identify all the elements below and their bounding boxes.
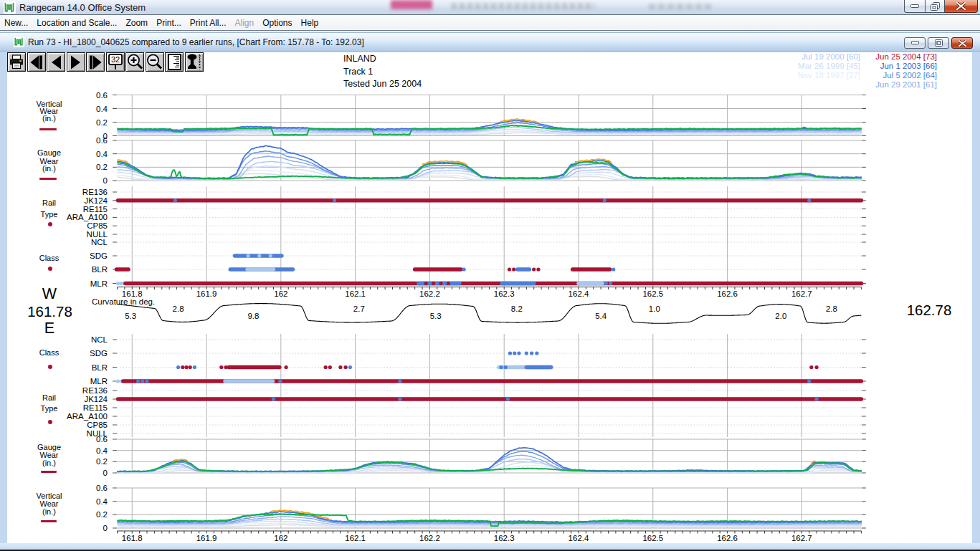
category-dot — [398, 397, 401, 401]
y-tick-label: 0.2 — [96, 457, 108, 466]
category-dot — [116, 379, 120, 383]
x-tick-label: 162.7 — [791, 289, 812, 298]
wear-series-run — [118, 448, 862, 471]
category-dot — [807, 198, 811, 202]
menu-item-zoom[interactable]: Zoom — [121, 16, 152, 29]
category-dot — [181, 365, 184, 369]
category-dot — [136, 379, 140, 383]
wear-series-run — [118, 145, 862, 178]
y-tick-label: 0.2 — [96, 163, 108, 171]
category-label: BLR — [92, 363, 108, 372]
category-dot — [176, 365, 180, 369]
chart-client-area: 32 INLAND Track 1 Tested Jun 25 2004 Jul — [7, 52, 972, 543]
curvature-value: 2.8 — [826, 305, 837, 313]
category-dot — [285, 365, 288, 369]
menu-item-help[interactable]: Help — [297, 16, 323, 29]
x-tick-label: 162.5 — [642, 534, 663, 542]
menu-item-options[interactable]: Options — [258, 16, 296, 29]
wear-series-run — [118, 151, 862, 179]
category-dot — [272, 397, 275, 401]
category-dot — [815, 365, 819, 369]
y-tick-label: 0.4 — [96, 497, 108, 506]
curvature-value: 5.3 — [125, 312, 136, 320]
y-tick-label: 0.4 — [96, 150, 108, 158]
menu-bar: New...Location and Scale...ZoomPrint...P… — [0, 16, 980, 31]
menu-item-location-and-scale[interactable]: Location and Scale... — [32, 16, 121, 29]
y-tick-label: 0.6 — [96, 136, 108, 145]
restore-button[interactable] — [925, 0, 945, 13]
x-tick-label: 162 — [274, 289, 287, 298]
category-label: MLR — [90, 377, 108, 385]
category-dot — [141, 379, 144, 383]
child-titlebar: Run 73 - HI_1800_040625 compared to 9 ea… — [0, 32, 980, 52]
y-tick-label: 0 — [103, 469, 108, 477]
category-dot — [247, 254, 250, 257]
child-minimize-button[interactable] — [904, 37, 926, 49]
category-label: JK124 — [84, 395, 108, 403]
category-dot — [504, 365, 508, 369]
wear-series-green — [118, 461, 862, 472]
x-tick-label: 162.1 — [345, 534, 366, 542]
category-dot — [447, 282, 450, 285]
curvature-value: 8.2 — [511, 305, 523, 313]
category-label: SDG — [90, 349, 108, 358]
window-title: Rangecam 14.0 Office System — [19, 2, 146, 13]
minimize-button[interactable] — [904, 0, 925, 13]
x-tick-label: 162.2 — [419, 289, 440, 298]
curvature-value: 5.4 — [595, 312, 607, 320]
chart-canvas: 0.60.40.200.60.40.200.60.40.200.60.40.20… — [7, 52, 972, 543]
category-dot — [424, 282, 428, 285]
category-dot — [612, 267, 615, 271]
y-tick-label: 0.4 — [96, 446, 108, 455]
child-window-icon — [14, 37, 24, 47]
y-tick-label: 0.6 — [96, 91, 108, 100]
child-window-bottom-border — [0, 543, 980, 550]
y-tick-label: 0 — [103, 524, 108, 532]
menu-item-align[interactable]: Align — [231, 16, 259, 29]
x-tick-label: 161.9 — [196, 534, 217, 542]
category-label: ARA_A100 — [67, 213, 108, 221]
curvature-value: 2.8 — [173, 305, 184, 313]
category-label: NCL — [91, 238, 108, 246]
curvature-profile-line — [118, 304, 862, 324]
category-dot — [604, 282, 608, 285]
curvature-value: 1.0 — [649, 305, 660, 313]
menu-item-print-all[interactable]: Print All... — [186, 16, 231, 29]
x-tick-label: 162.6 — [717, 534, 738, 542]
category-dot — [506, 397, 510, 401]
category-dot — [173, 198, 177, 202]
category-dot — [348, 365, 352, 369]
x-tick-label: 162 — [274, 534, 287, 542]
category-dot — [535, 351, 538, 355]
category-dot — [344, 365, 348, 369]
y-tick-label: 0.2 — [96, 118, 108, 127]
child-maximize-button[interactable] — [928, 37, 949, 49]
category-dot — [508, 267, 511, 271]
category-dot — [257, 254, 261, 257]
menu-item-print[interactable]: Print... — [152, 16, 186, 29]
category-dot — [809, 365, 813, 369]
x-tick-label: 162.4 — [569, 289, 589, 298]
category-label: CP85 — [87, 421, 108, 429]
category-dot — [512, 267, 515, 271]
category-dot — [517, 351, 520, 355]
menu-item-new[interactable]: New... — [0, 16, 32, 29]
close-button[interactable] — [945, 0, 978, 13]
wear-series-green — [118, 162, 862, 179]
x-tick-label: 161.8 — [122, 534, 143, 542]
x-tick-label: 162.3 — [494, 289, 515, 298]
child-close-button[interactable] — [951, 37, 973, 49]
category-dot — [508, 351, 512, 355]
background-window-ghost — [649, 4, 713, 9]
x-tick-label: 161.8 — [122, 289, 143, 298]
category-label: RE115 — [83, 205, 108, 214]
app-icon — [4, 1, 16, 14]
category-label: MLR — [90, 279, 108, 288]
category-dot — [499, 365, 503, 369]
background-window-ghost — [391, 0, 432, 9]
category-dot — [525, 351, 528, 355]
category-dot — [269, 254, 272, 257]
y-tick-label: 0.4 — [96, 105, 108, 113]
wear-series-run — [118, 156, 862, 179]
x-tick-label: 162.2 — [419, 534, 440, 542]
